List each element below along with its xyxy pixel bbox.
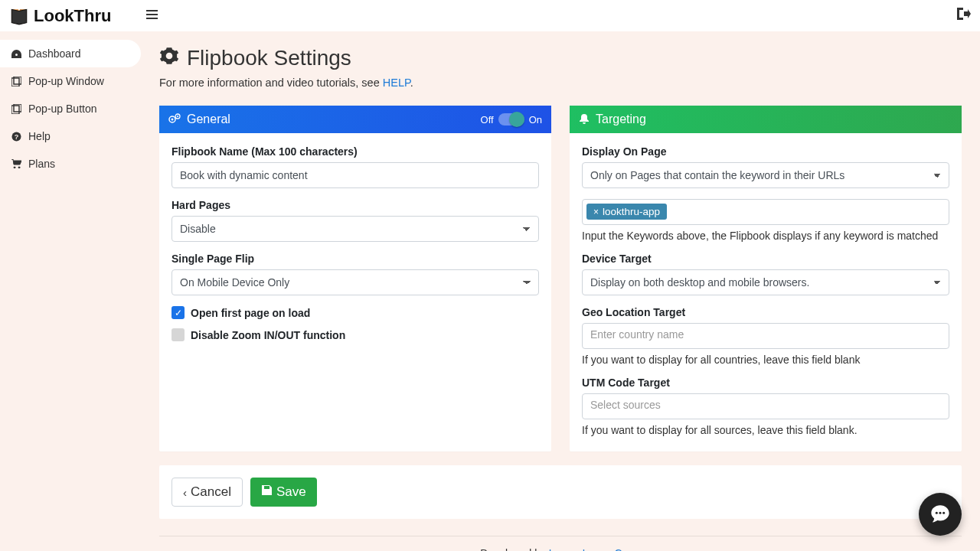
utm-target-input[interactable]: Select sources (582, 393, 949, 419)
brand-logo[interactable]: LookThru (9, 6, 111, 26)
svg-rect-2 (146, 18, 158, 19)
chat-icon (929, 504, 951, 525)
chat-widget[interactable] (919, 493, 962, 536)
top-bar: LookThru (0, 0, 980, 32)
svg-point-14 (939, 512, 941, 514)
panel-general-header: General Off On (159, 106, 551, 133)
utm-hint: If you want to display for all sources, … (582, 424, 949, 436)
help-icon: ? (11, 132, 22, 142)
window-icon (11, 77, 22, 86)
save-icon (261, 484, 273, 500)
footer: Developed by Lorem Ipsum Corp. (159, 536, 962, 551)
action-bar: ‹ Cancel Save (159, 465, 962, 519)
save-button-label: Save (276, 484, 306, 500)
page-title-text: Flipbook Settings (187, 46, 351, 70)
bell-icon (579, 113, 590, 126)
svg-text:?: ? (15, 133, 19, 141)
sidebar-item-popup-button[interactable]: Pop-up Button (0, 95, 141, 122)
panel-targeting-header: Targeting (570, 106, 962, 133)
chevron-left-icon: ‹ (183, 486, 187, 499)
panel-targeting-title: Targeting (596, 112, 646, 126)
svg-rect-1 (146, 14, 158, 15)
svg-rect-0 (146, 10, 158, 11)
toggle-off-label: Off (481, 114, 494, 126)
keyword-tag: × lookthru-app (586, 204, 667, 220)
gear-icon (159, 46, 179, 70)
svg-point-12 (177, 116, 178, 117)
sidebar-item-dashboard[interactable]: Dashboard (0, 40, 141, 67)
help-link[interactable]: HELP (383, 77, 410, 89)
svg-rect-3 (11, 78, 19, 86)
geo-target-input[interactable]: Enter country name (582, 323, 949, 349)
brand-text: LookThru (34, 6, 111, 26)
panel-general: General Off On Flipbook Name (Max 100 ch… (159, 106, 551, 452)
toggle-on-label: On (529, 114, 542, 126)
cancel-button[interactable]: ‹ Cancel (172, 478, 243, 507)
sidebar-label: Pop-up Window (28, 75, 104, 87)
sidebar-label: Dashboard (28, 47, 81, 60)
save-button[interactable]: Save (250, 478, 317, 507)
general-toggle-group: Off On (481, 113, 542, 126)
cancel-button-label: Cancel (191, 484, 231, 500)
panel-general-title: General (187, 112, 230, 126)
flipbook-name-label: Flipbook Name (Max 100 characters) (172, 145, 539, 158)
window-icon (11, 104, 22, 114)
open-first-checkbox[interactable]: ✓ (172, 306, 185, 319)
display-page-label: Display On Page (582, 145, 949, 158)
hard-pages-label: Hard Pages (172, 199, 539, 211)
geo-target-label: Geo Location Target (582, 306, 949, 318)
general-toggle[interactable] (498, 113, 524, 126)
main-content: Flipbook Settings For more information a… (141, 32, 980, 551)
sidebar-item-plans[interactable]: Plans (0, 150, 141, 178)
book-icon (9, 6, 29, 26)
device-target-select[interactable]: Display on both desktop and mobile brows… (582, 269, 949, 295)
svg-point-10 (172, 118, 174, 120)
sidebar-label: Help (28, 130, 51, 142)
sidebar-label: Plans (28, 158, 55, 170)
footer-link[interactable]: Lorem Ipsum Corp (549, 547, 638, 551)
sidebar-item-popup-window[interactable]: Pop-up Window (0, 67, 141, 95)
disable-zoom-checkbox[interactable] (172, 328, 185, 341)
hard-pages-select[interactable]: Disable (172, 216, 539, 242)
device-target-label: Device Target (582, 253, 949, 265)
single-flip-label: Single Page Flip (172, 253, 539, 265)
menu-toggle-icon[interactable] (146, 9, 158, 23)
keyword-tag-text: lookthru-app (603, 206, 660, 217)
sidebar-item-help[interactable]: ? Help (0, 122, 141, 150)
utm-target-label: UTM Code Target (582, 377, 949, 389)
signout-icon[interactable] (957, 8, 971, 24)
page-subtitle: For more information and video tutorials… (159, 77, 962, 89)
flipbook-name-input[interactable] (172, 162, 539, 188)
page-title: Flipbook Settings (159, 46, 962, 70)
svg-point-15 (942, 512, 945, 514)
disable-zoom-label: Disable Zoom IN/OUT function (191, 329, 345, 341)
keyword-input[interactable]: × lookthru-app (582, 199, 949, 225)
open-first-label: Open first page on load (191, 307, 310, 319)
keyword-hint: Input the Keywords above, the Flipbook d… (582, 230, 949, 242)
sidebar: Dashboard Pop-up Window Pop-up Button ? … (0, 32, 141, 551)
display-page-select[interactable]: Only on Pages that contain the keyword i… (582, 162, 949, 188)
cart-icon (11, 159, 22, 168)
geo-hint: If you want to display for all countries… (582, 354, 949, 366)
sidebar-label: Pop-up Button (28, 103, 97, 115)
remove-tag-icon[interactable]: × (593, 207, 599, 217)
dashboard-icon (11, 50, 22, 58)
panel-targeting: Targeting Display On Page Only on Pages … (570, 106, 962, 452)
svg-rect-5 (11, 106, 19, 114)
svg-point-13 (936, 512, 938, 514)
single-flip-select[interactable]: On Mobile Device Only (172, 269, 539, 295)
gears-icon (168, 113, 181, 126)
